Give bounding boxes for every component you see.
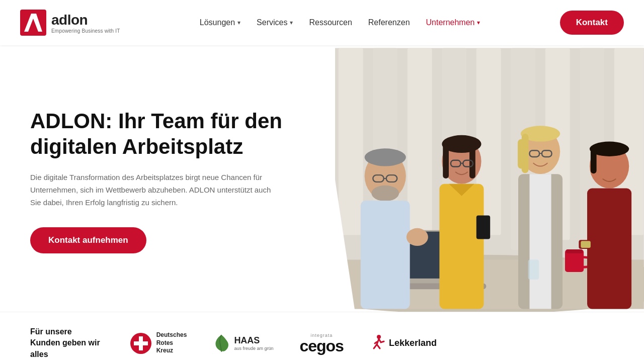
svg-point-32: [407, 228, 428, 246]
clients-intro-text: Für unsere Kunden geben wir alles: [30, 326, 100, 360]
svg-rect-35: [443, 144, 449, 178]
hero-cta-button[interactable]: Kontakt aufnehmen: [30, 227, 146, 253]
chevron-down-icon: ▾: [477, 19, 480, 26]
chevron-down-icon: ▾: [237, 19, 240, 26]
client-logos-list: DeutschesRotesKreuz HAAS aus freude am g…: [130, 331, 614, 355]
haas-tagline: aus freude am grün: [234, 346, 273, 351]
nav-link-losungen[interactable]: Lösungen ▾: [200, 18, 240, 27]
nav-item-unternehmen: Unternehmen ▾: [426, 18, 480, 27]
kontakt-button[interactable]: Kontakt: [560, 11, 624, 35]
navbar: adlon Empowering Business with IT Lösung…: [0, 0, 644, 45]
nav-menu: Lösungen ▾ Services ▾ Ressourcen Referen…: [200, 18, 480, 27]
client-logo-drk: DeutschesRotesKreuz: [130, 331, 187, 355]
svg-rect-60: [134, 341, 148, 345]
cegos-brand: cegos: [299, 338, 343, 354]
client-logo-lekkerland: Lekkerland: [370, 334, 437, 352]
logo-link[interactable]: adlon Empowering Business with IT: [20, 10, 120, 36]
lekkerland-icon: [370, 334, 385, 352]
drk-name-text: DeutschesRotesKreuz: [156, 331, 187, 355]
nav-item-referenzen: Referenzen: [368, 18, 410, 27]
hero-scene-svg: [309, 45, 644, 312]
nav-link-unternehmen[interactable]: Unternehmen ▾: [426, 18, 480, 27]
svg-rect-6: [408, 48, 432, 240]
svg-rect-20: [566, 249, 583, 253]
svg-point-25: [365, 148, 406, 166]
brand-tagline: Empowering Business with IT: [51, 28, 120, 34]
svg-rect-50: [530, 174, 551, 309]
svg-rect-4: [339, 48, 363, 235]
svg-rect-0: [20, 10, 46, 36]
drk-cross-icon: [130, 333, 151, 354]
svg-rect-41: [476, 215, 490, 239]
hero-content: ADLON: Ihr Team für den digitalen Arbeit…: [0, 45, 335, 312]
svg-rect-40: [440, 184, 484, 309]
lekkerland-brand: Lekkerland: [389, 338, 437, 348]
nav-item-losungen: Lösungen ▾: [200, 18, 240, 27]
nav-link-services[interactable]: Services ▾: [257, 18, 293, 27]
svg-rect-56: [581, 241, 591, 248]
svg-rect-54: [587, 189, 631, 309]
haas-leaf-icon: [213, 334, 230, 353]
hero-section: ADLON: Ihr Team für den digitalen Arbeit…: [0, 45, 644, 312]
nav-link-referenzen[interactable]: Referenzen: [368, 18, 410, 27]
hero-image: [309, 45, 644, 312]
svg-point-29: [372, 186, 399, 201]
nav-item-services: Services ▾: [257, 18, 293, 27]
haas-brand: HAAS: [234, 335, 273, 346]
brand-name: adlon: [51, 12, 120, 28]
svg-rect-53: [591, 149, 597, 173]
nav-link-ressourcen[interactable]: Ressourcen: [309, 18, 352, 27]
nav-item-ressourcen: Ressourcen: [309, 18, 352, 27]
client-logo-haas: HAAS aus freude am grün: [213, 334, 273, 353]
haas-text: HAAS aus freude am grün: [234, 335, 273, 351]
logo-icon: [20, 10, 46, 36]
logo-text: adlon Empowering Business with IT: [51, 12, 120, 34]
chevron-down-icon: ▾: [290, 19, 293, 26]
svg-rect-45: [518, 139, 525, 169]
hero-description: Die digitale Transformation des Arbeitsp…: [30, 171, 272, 209]
svg-rect-30: [361, 201, 410, 309]
clients-bar: Für unsere Kunden geben wir alles Deutsc…: [0, 312, 644, 362]
client-logo-cegos: integrata cegos: [299, 333, 343, 354]
svg-rect-57: [528, 260, 539, 280]
hero-title: ADLON: Ihr Team für den digitalen Arbeit…: [30, 109, 305, 159]
